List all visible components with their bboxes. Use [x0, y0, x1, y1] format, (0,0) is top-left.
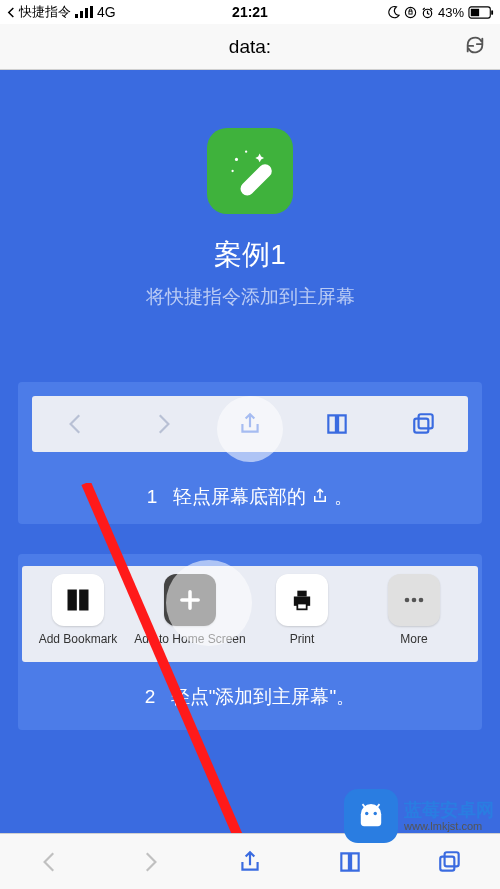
moon-icon — [387, 6, 400, 19]
step1-text: 1 轻点屏幕底部的 。 — [18, 484, 482, 510]
svg-rect-18 — [297, 604, 306, 610]
svg-rect-3 — [90, 6, 93, 18]
share-item-print: Print — [246, 574, 358, 646]
shortcut-app-icon — [207, 128, 293, 214]
svg-point-20 — [412, 598, 417, 603]
address-bar[interactable]: data: — [0, 24, 500, 70]
svg-rect-8 — [471, 8, 479, 15]
step2-body: 轻点"添加到主屏幕"。 — [171, 686, 356, 707]
svg-point-26 — [365, 812, 368, 815]
step1-number: 1 — [147, 486, 158, 507]
svg-rect-25 — [440, 856, 454, 870]
watermark-title: 蓝莓安卓网 — [404, 800, 494, 820]
svg-rect-9 — [491, 10, 493, 15]
mock-share-sheet: Add Bookmark Add to Home Screen Print Mo… — [22, 566, 478, 662]
reload-button[interactable] — [464, 34, 486, 60]
mock-toolbar — [32, 396, 468, 452]
url-text: data: — [229, 36, 271, 58]
back-to-app-label: 快捷指令 — [19, 3, 71, 21]
step2-number: 2 — [145, 686, 156, 707]
svg-rect-0 — [75, 14, 78, 18]
step1-after: 。 — [334, 486, 353, 507]
svg-point-11 — [235, 158, 238, 161]
share-item-label: Add to Home Screen — [134, 632, 246, 646]
step1-block: 1 轻点屏幕底部的 。 — [18, 382, 482, 524]
share-item-label: More — [358, 632, 470, 646]
mock-back-icon — [61, 409, 91, 439]
svg-point-27 — [374, 812, 377, 815]
more-icon — [388, 574, 440, 626]
page-subtitle: 将快捷指令添加到主屏幕 — [0, 284, 500, 310]
share-item-more: More — [358, 574, 470, 646]
status-bar: 快捷指令 4G 21:21 43% — [0, 0, 500, 24]
svg-point-13 — [231, 170, 233, 172]
bookmark-glyph-icon — [52, 574, 104, 626]
toolbar-share-button[interactable] — [235, 847, 265, 877]
alarm-icon — [421, 6, 434, 19]
toolbar-bookmarks-button[interactable] — [335, 847, 365, 877]
page-content: 案例1 将快捷指令添加到主屏幕 1 轻点屏幕底部的 。 Add Bookmark — [0, 70, 500, 833]
svg-rect-2 — [85, 8, 88, 18]
network-label: 4G — [97, 4, 116, 20]
share-item-label: Add Bookmark — [22, 632, 134, 646]
svg-rect-24 — [445, 852, 459, 866]
mock-forward-icon — [148, 409, 178, 439]
watermark-logo — [344, 789, 398, 843]
step1-before: 轻点屏幕底部的 — [173, 486, 311, 507]
printer-icon — [276, 574, 328, 626]
watermark-url: www.lmkjst.com — [404, 820, 494, 832]
share-item-bookmark: Add Bookmark — [22, 574, 134, 646]
inline-share-icon — [311, 486, 329, 507]
page-title: 案例1 — [0, 236, 500, 274]
add-homescreen-icon — [164, 574, 216, 626]
toolbar-forward-button[interactable] — [135, 847, 165, 877]
step2-block: Add Bookmark Add to Home Screen Print Mo… — [18, 554, 482, 730]
step2-text: 2 轻点"添加到主屏幕"。 — [18, 684, 482, 710]
svg-rect-1 — [80, 11, 83, 18]
back-to-app[interactable]: 快捷指令 — [6, 3, 71, 21]
mock-tabs-icon — [409, 409, 439, 439]
svg-rect-5 — [409, 11, 412, 14]
svg-point-12 — [245, 151, 247, 153]
svg-rect-17 — [297, 591, 306, 597]
mock-share-icon — [235, 409, 265, 439]
svg-rect-14 — [419, 414, 433, 428]
signal-icon — [75, 6, 93, 18]
svg-point-19 — [405, 598, 410, 603]
mock-bookmarks-icon — [322, 409, 352, 439]
svg-rect-10 — [238, 161, 275, 198]
svg-rect-15 — [415, 419, 429, 433]
battery-icon — [468, 6, 494, 19]
battery-pct: 43% — [438, 5, 464, 20]
lock-rotation-icon — [404, 6, 417, 19]
watermark: 蓝莓安卓网 www.lmkjst.com — [344, 789, 494, 843]
share-item-homescreen: Add to Home Screen — [134, 574, 246, 646]
share-item-label: Print — [246, 632, 358, 646]
toolbar-back-button[interactable] — [35, 847, 65, 877]
toolbar-tabs-button[interactable] — [435, 847, 465, 877]
svg-point-21 — [419, 598, 424, 603]
